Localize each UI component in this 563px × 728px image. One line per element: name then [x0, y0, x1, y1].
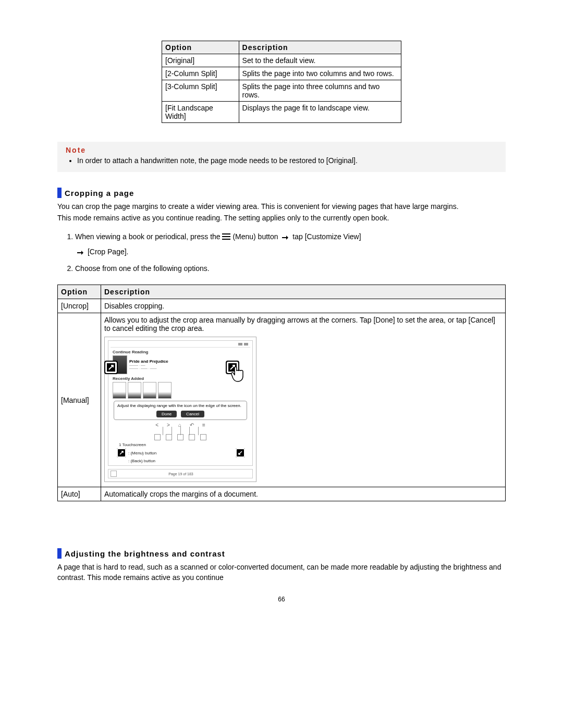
recent-thumb [143, 382, 156, 399]
note-title: Note [66, 146, 497, 154]
page-number: 66 [57, 596, 506, 603]
description-cell: Set to the default view. [239, 54, 401, 67]
section-bar-icon [57, 188, 62, 198]
legend-handle-icon [236, 448, 245, 458]
step1-text-c: tap [Customize View] [292, 232, 361, 241]
description-cell: Disables cropping. [101, 299, 506, 313]
table-row-auto: [Auto] Automatically crops the margins o… [58, 487, 506, 501]
nav-menu-icon: ≡ [202, 422, 205, 428]
svg-rect-0 [222, 233, 230, 235]
table-header-row: Option Description [162, 41, 401, 54]
description-cell: Automatically crops the margins of a doc… [101, 487, 506, 501]
col-description-header: Description [101, 285, 506, 299]
option-cell: [Uncrop] [58, 299, 101, 313]
option-cell: [Fit Landscape Width] [162, 102, 239, 123]
steps-list: When viewing a book or periodical, press… [57, 231, 506, 274]
section1-paragraph2: This mode remains active as you continue… [57, 213, 506, 223]
section-title: Cropping a page [65, 189, 134, 198]
book-title: Pride and Prejudice [129, 359, 168, 364]
arrow-right-icon [282, 231, 288, 243]
step-1: When viewing a book or periodical, press… [75, 231, 506, 258]
col-option-header: Option [58, 285, 101, 299]
done-button[interactable]: Done [156, 411, 177, 418]
description-cell: Splits the page into two columns and two… [239, 67, 401, 80]
option-cell: [Manual] [58, 313, 101, 487]
crop-options-table: Option Description [Uncrop] Disables cro… [57, 285, 506, 501]
recent-thumb [128, 382, 141, 399]
description-cell: Splits the page into three columns and t… [239, 80, 401, 102]
tip-dialog: Adjust the displaying range with the ico… [114, 401, 247, 420]
book-subtext2: ──── · ─── · ─── [129, 367, 168, 370]
recent-thumb [113, 382, 126, 399]
menu-icon [222, 231, 230, 243]
crop-illustration: Continue Reading Pride and Prejudice ───… [104, 337, 256, 482]
table-row: [Original] Set to the default view. [162, 54, 401, 67]
option-cell: [Original] [162, 54, 239, 67]
device-statusbar [111, 343, 250, 348]
recent-row [111, 382, 250, 399]
table-row-manual: [Manual] Allows you to adjust the crop a… [58, 313, 506, 487]
section-heading-brightness: Adjusting the brightness and contrast [57, 548, 506, 559]
illustration-footer: Page 19 of 183 [108, 469, 253, 478]
step1-text-a: When viewing a book or periodical, press… [75, 232, 222, 241]
option-cell: [Auto] [58, 487, 101, 501]
description-cell: Displays the page fit to landscape view. [239, 102, 401, 123]
option-cell: [2-Column Split] [162, 67, 239, 80]
table-row-uncrop: [Uncrop] Disables cropping. [58, 299, 506, 313]
table-header-row: Option Description [58, 285, 506, 299]
legend-back: : (Back) button [128, 459, 250, 463]
col-description-header: Description [239, 41, 401, 54]
nav-prev-icon: < [155, 422, 158, 428]
section1-paragraph1: You can crop the page margins to create … [57, 201, 506, 212]
touchscreen-label: 1 Touchscreen [119, 442, 250, 447]
step1-text-b: (Menu) button [232, 232, 280, 241]
nav-next-icon: > [167, 422, 170, 428]
table-row: [Fit Landscape Width] Displays the page … [162, 102, 401, 123]
col-option-header: Option [162, 41, 239, 54]
step-2: Choose from one of the following options… [75, 263, 506, 274]
table-row: [2-Column Split] Splits the page into tw… [162, 67, 401, 80]
table-row: [3-Column Split] Splits the page into th… [162, 80, 401, 102]
section-heading-cropping: Cropping a page [57, 188, 506, 198]
arrow-right-icon [77, 246, 83, 258]
section2-paragraph: A page that is hard to read, such as a s… [57, 562, 506, 583]
note-box: Note In order to attach a handwritten no… [57, 142, 506, 172]
legend-back-text: : (Back) button [128, 459, 155, 463]
option-cell: [3-Column Split] [162, 80, 239, 102]
step1-text-d: [Crop Page]. [88, 248, 129, 256]
nav-back-icon: ↶ [190, 422, 194, 428]
pointer-boxes [111, 434, 250, 440]
legend-menu: : (Menu) button [117, 448, 250, 458]
note-item: In order to attach a handwritten note, t… [77, 156, 497, 165]
page-of-label: Page 19 of 183 [168, 472, 193, 476]
crop-handle-top-left-icon [104, 361, 118, 374]
hand-pointer-icon [229, 365, 247, 384]
continue-reading-label: Continue Reading [113, 350, 250, 354]
manual-description-text: Allows you to adjust the crop area manua… [104, 316, 495, 332]
footer-square-icon [111, 471, 117, 477]
recent-thumb [158, 382, 172, 399]
section-bar-icon [57, 548, 62, 559]
svg-rect-1 [222, 236, 230, 237]
description-cell-manual: Allows you to adjust the crop area manua… [101, 313, 506, 487]
page-mode-options-table: Option Description [Original] Set to the… [162, 41, 401, 123]
cancel-button[interactable]: Cancel [181, 411, 204, 418]
tip-text: Adjust the displaying range with the ico… [117, 403, 243, 409]
svg-rect-2 [222, 239, 230, 240]
legend-handle-icon [117, 448, 126, 458]
legend-menu-text: : (Menu) button [128, 451, 156, 455]
section-title: Adjusting the brightness and contrast [65, 549, 225, 558]
